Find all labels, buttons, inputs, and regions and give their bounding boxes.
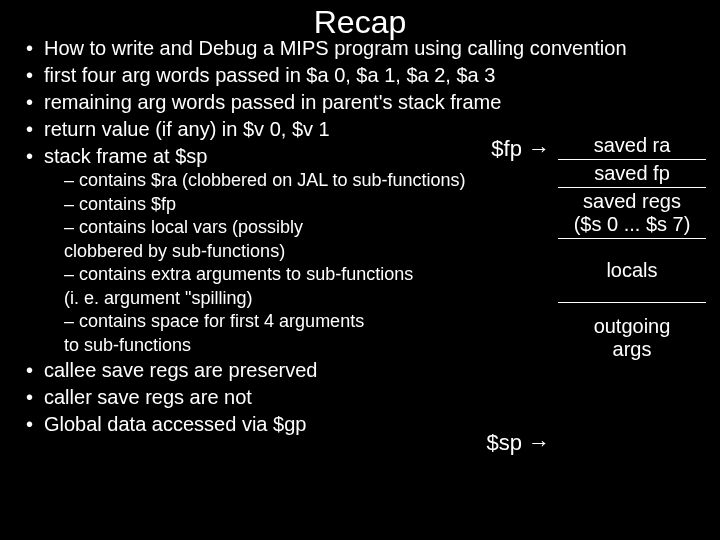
bullet-item: first four arg words passed in $a 0, $a …	[44, 63, 700, 88]
frame-text: saved regs	[583, 190, 681, 212]
bullet-item: caller save regs are not	[44, 385, 700, 410]
frame-cell-saved-regs: saved regs ($s 0 ... $s 7)	[558, 188, 706, 239]
frame-cell-saved-fp: saved fp	[558, 160, 706, 188]
frame-cell-locals: locals	[558, 239, 706, 303]
frame-cell-saved-ra: saved ra	[558, 132, 706, 160]
frame-text: outgoing	[594, 315, 671, 337]
frame-text: ($s 0 ... $s 7)	[574, 213, 691, 235]
bullet-item: Global data accessed via $gp	[44, 412, 700, 437]
sp-pointer-label: $sp →	[486, 430, 550, 456]
stack-frame-diagram: saved ra saved fp saved regs ($s 0 ... $…	[558, 132, 706, 373]
bullet-item: remaining arg words passed in parent's s…	[44, 90, 700, 115]
frame-cell-outgoing-args: outgoing args	[558, 303, 706, 373]
bullet-text: stack frame at $sp	[44, 145, 207, 167]
bullet-item: How to write and Debug a MIPS program us…	[44, 36, 700, 61]
fp-pointer-label: $fp →	[491, 136, 550, 162]
frame-text: args	[613, 338, 652, 360]
